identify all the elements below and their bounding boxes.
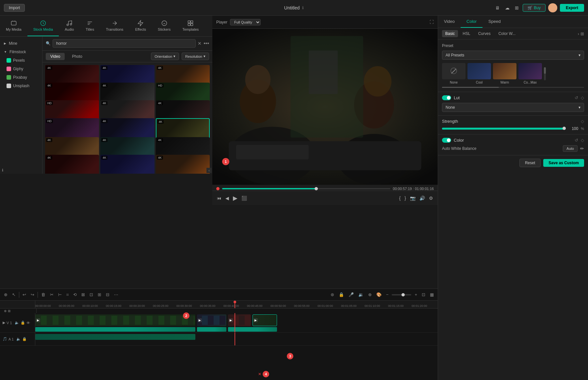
preset-item-none[interactable]: None bbox=[442, 63, 466, 84]
awb-auto-button[interactable]: Auto bbox=[563, 145, 578, 152]
lut-reset-icon[interactable]: ↺ bbox=[575, 95, 578, 100]
tab-video[interactable]: Video bbox=[438, 16, 461, 28]
zoom-slider[interactable] bbox=[392, 294, 411, 295]
color-reset-icon[interactable]: ↺ bbox=[575, 138, 578, 143]
tl-color-icon[interactable]: 🎨 bbox=[375, 292, 383, 298]
sub-tab-grid-icon[interactable]: ⊞ bbox=[580, 31, 584, 36]
nav-my-media[interactable]: My Media bbox=[0, 16, 27, 36]
tl-magnet-icon[interactable]: ⊛ bbox=[329, 292, 335, 298]
collapse-panel-button[interactable]: ‹ bbox=[206, 168, 212, 173]
tl-crop-icon[interactable]: ⌗ bbox=[65, 292, 70, 298]
snapshot-button[interactable]: 📷 bbox=[409, 195, 416, 201]
sidebar-item-pexels[interactable]: Pexels bbox=[0, 56, 42, 65]
nav-transitions[interactable]: Transitions bbox=[100, 16, 129, 36]
tl-redo-icon[interactable]: ↪ bbox=[29, 292, 36, 298]
nav-templates[interactable]: Templates bbox=[176, 16, 204, 36]
media-thumb-18[interactable]: 4K⬇ bbox=[156, 155, 210, 174]
tl-add-icon[interactable]: ⊕ bbox=[3, 292, 9, 298]
track-eye-icon[interactable]: 👁 bbox=[26, 321, 30, 325]
lut-toggle[interactable] bbox=[442, 95, 451, 100]
track-lock-icon-v[interactable]: 🔒 bbox=[21, 321, 25, 325]
reset-button[interactable]: Reset bbox=[519, 159, 541, 167]
preset-item-warm[interactable]: Warm bbox=[493, 63, 516, 84]
search-clear-button[interactable]: ✕ bbox=[198, 41, 202, 46]
sidebar-item-giphy[interactable]: Giphy bbox=[0, 65, 42, 73]
nav-audio[interactable]: Audio bbox=[59, 16, 80, 36]
nav-titles[interactable]: Titles bbox=[80, 16, 100, 36]
sub-tab-basic[interactable]: Basic bbox=[442, 30, 458, 37]
tab-color[interactable]: Color bbox=[461, 16, 482, 28]
nav-stock-media[interactable]: Stock Media bbox=[27, 16, 59, 36]
save-custom-button[interactable]: Save as Custom bbox=[543, 159, 584, 167]
tl-grid-view-icon[interactable]: ▦ bbox=[429, 292, 435, 298]
sidebar-item-filmstock[interactable]: ▼ Filmstock bbox=[0, 48, 42, 56]
quality-select[interactable]: Full Quality bbox=[230, 19, 261, 25]
lut-diamond-icon[interactable]: ◇ bbox=[581, 95, 584, 100]
mark-in-button[interactable]: { bbox=[399, 195, 401, 201]
track-add-icon[interactable]: ⊕ bbox=[4, 309, 7, 313]
nav-stickers[interactable]: Stickers bbox=[152, 16, 176, 36]
settings-icon[interactable]: ⚙ bbox=[428, 195, 434, 201]
sub-tab-more-icon[interactable]: › bbox=[578, 31, 579, 36]
tl-cut-icon[interactable]: ✂ bbox=[49, 292, 55, 298]
sub-tab-curves[interactable]: Curves bbox=[475, 30, 494, 37]
video-clip-4-selected[interactable]: ▶ bbox=[253, 314, 277, 326]
tl-more-icon[interactable]: ⋯ bbox=[113, 292, 120, 298]
player-expand-icon[interactable]: ⛶ bbox=[430, 20, 434, 24]
monitor-icon[interactable]: 🖥 bbox=[494, 4, 501, 12]
sidebar-item-unsplash[interactable]: Unsplash bbox=[0, 82, 42, 90]
media-thumb-17[interactable]: 4K⬇ bbox=[100, 155, 154, 174]
audio-clip-1[interactable] bbox=[35, 334, 195, 340]
tl-split-icon[interactable]: ⊢ bbox=[57, 292, 63, 298]
export-button[interactable]: Export bbox=[560, 4, 584, 12]
tl-mirror-icon[interactable]: ⊠ bbox=[80, 292, 86, 298]
tab-speed[interactable]: Speed bbox=[482, 16, 507, 28]
awb-pick-icon[interactable]: ✏ bbox=[580, 146, 584, 151]
tl-reverse-icon[interactable]: ⟲ bbox=[72, 292, 78, 298]
tl-lock-icon[interactable]: 🔒 bbox=[337, 292, 345, 298]
tl-undo-icon[interactable]: ↩ bbox=[21, 292, 27, 298]
preset-item-cool[interactable]: Cool bbox=[467, 63, 491, 84]
sub-tab-hsl[interactable]: HSL bbox=[459, 30, 473, 37]
sidebar-item-pixabay[interactable]: Pixabay bbox=[0, 73, 42, 82]
avatar[interactable] bbox=[548, 3, 557, 12]
tl-caption-icon[interactable]: ⊕ bbox=[367, 292, 373, 298]
media-thumb-16[interactable]: 4K⬇ bbox=[45, 155, 99, 174]
tl-voice-icon[interactable]: 🔉 bbox=[357, 292, 365, 298]
audio-icon[interactable]: 🔊 bbox=[419, 195, 426, 201]
audio-mute-icon[interactable]: 🔈 bbox=[16, 337, 21, 341]
filter-video-tab[interactable]: Video bbox=[46, 53, 65, 60]
search-more-button[interactable]: ••• bbox=[204, 40, 209, 46]
search-input[interactable] bbox=[53, 39, 196, 48]
audio-lock-icon[interactable]: 🔒 bbox=[22, 337, 27, 341]
tl-minus-icon[interactable]: − bbox=[385, 292, 390, 298]
tl-fit-icon[interactable]: ⊡ bbox=[420, 292, 427, 298]
video-clip-1[interactable]: ▶ bbox=[35, 314, 195, 326]
video-clip-3[interactable]: ▶ bbox=[228, 314, 251, 326]
mark-out-button[interactable]: } bbox=[404, 195, 407, 201]
track-link-icon[interactable]: ⊞ bbox=[8, 309, 10, 313]
tl-speed-icon[interactable]: ⊡ bbox=[88, 292, 94, 298]
tl-delete-icon[interactable]: 🗑 bbox=[40, 292, 47, 298]
tl-detach-icon[interactable]: ⊟ bbox=[105, 292, 111, 298]
resolution-dropdown[interactable]: Resolution ▾ bbox=[182, 53, 209, 60]
nav-effects[interactable]: Effects bbox=[129, 16, 152, 36]
buy-button[interactable]: 🛒 Buy bbox=[523, 4, 546, 12]
strength-diamond-icon[interactable]: ◇ bbox=[581, 119, 584, 124]
tl-plus-icon[interactable]: + bbox=[413, 292, 418, 298]
track-mute-icon[interactable]: 🔈 bbox=[15, 321, 19, 325]
preset-item-comax[interactable]: Co...Max bbox=[518, 63, 542, 84]
video-clip-2[interactable]: ▶ bbox=[197, 314, 226, 326]
step-back-button[interactable]: ⏮ bbox=[216, 195, 222, 201]
color-toggle[interactable] bbox=[442, 138, 451, 143]
lut-dropdown[interactable]: None ▾ bbox=[442, 103, 584, 112]
orientation-dropdown[interactable]: Orientation ▾ bbox=[151, 53, 179, 60]
grid-icon[interactable]: ⊞ bbox=[514, 4, 520, 12]
progress-bar[interactable] bbox=[222, 188, 390, 189]
frame-back-button[interactable]: ◀ bbox=[225, 195, 230, 201]
sidebar-item-mine[interactable]: ▶ Mine bbox=[0, 39, 42, 48]
play-button[interactable]: ▶ bbox=[232, 194, 238, 202]
tl-zoom-icon[interactable]: ⊞ bbox=[96, 292, 103, 298]
strength-slider[interactable] bbox=[442, 128, 566, 130]
tl-cursor-icon[interactable]: ↖ bbox=[11, 292, 17, 298]
